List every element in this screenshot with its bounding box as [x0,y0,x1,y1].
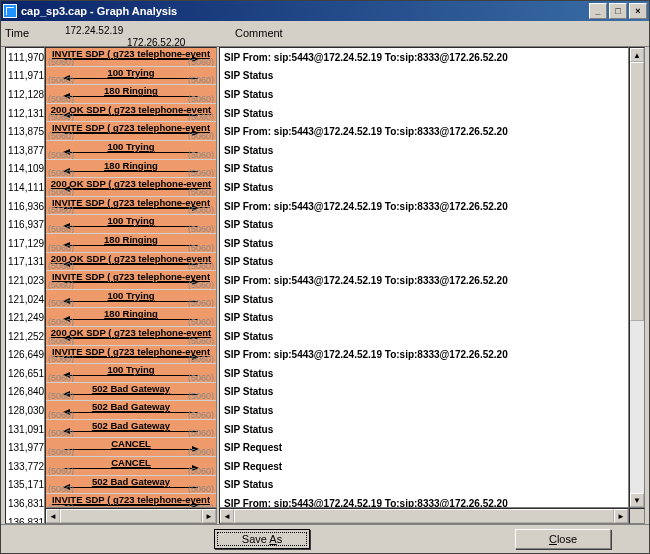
scroll-right-icon[interactable]: ► [202,509,216,523]
time-cell[interactable]: 113,875 [6,122,44,141]
time-cell[interactable]: 116,937 [6,215,44,234]
graph-cell[interactable]: INVITE SDP ( g723 telephone-event(5060)(… [46,346,216,365]
comment-cell[interactable]: SIP Status [220,327,628,346]
graph-cell[interactable]: 200 OK SDP ( g723 telephone-event(5060)(… [46,104,216,123]
comment-cell[interactable]: SIP Status [220,234,628,253]
time-cell[interactable]: 121,024 [6,290,44,309]
graph-cell[interactable]: INVITE SDP ( g723 telephone-event(5060)(… [46,494,216,508]
graph-cell[interactable]: CANCEL(5060)(5060) [46,457,216,476]
graph-cell[interactable]: INVITE SDP ( g723 telephone-event(5060)(… [46,197,216,216]
graph-cell[interactable]: 100 Trying(5060)(5060) [46,141,216,160]
time-cell[interactable]: 136,831 [6,513,44,524]
time-cell[interactable]: 136,831 [6,494,44,513]
time-cell[interactable]: 116,936 [6,197,44,216]
comment-cell[interactable]: SIP Status [220,178,628,197]
port-label: (5060) [188,354,214,364]
comment-cell[interactable]: SIP Status [220,141,628,160]
time-cell[interactable]: 126,651 [6,364,44,383]
hscroll-thumb[interactable] [60,509,202,523]
graph-hscroll[interactable]: ◄ ► [45,508,217,524]
graph-cell[interactable]: 180 Ringing(5060)(5060) [46,234,216,253]
comment-cell[interactable]: SIP Status [220,401,628,420]
time-cell[interactable]: 121,023 [6,271,44,290]
graph-cell[interactable]: 502 Bad Gateway(5060)(5060) [46,476,216,495]
comment-cell[interactable]: SIP From: sip:5443@172.24.52.19 To:sip:8… [220,122,628,141]
scroll-down-icon[interactable]: ▼ [630,493,644,507]
time-cell[interactable]: 121,252 [6,327,44,346]
time-cell[interactable]: 117,129 [6,234,44,253]
graph-cell[interactable]: 180 Ringing(5060)(5060) [46,160,216,179]
graph-cell[interactable]: 100 Trying(5060)(5060) [46,67,216,86]
scroll-up-icon[interactable]: ▲ [630,48,644,62]
comment-hscroll[interactable]: ◄ ► [219,508,629,524]
scroll-right-icon[interactable]: ► [614,509,628,523]
comment-cell[interactable]: SIP Status [220,383,628,402]
hscroll-thumb[interactable] [234,509,614,523]
time-cell[interactable]: 117,131 [6,253,44,272]
comment-cell[interactable]: SIP Status [220,308,628,327]
graph-cell[interactable]: 180 Ringing(5060)(5060) [46,85,216,104]
time-cell[interactable]: 112,128 [6,85,44,104]
time-cell[interactable]: 126,840 [6,383,44,402]
hscroll-track[interactable] [234,509,614,523]
scroll-left-icon[interactable]: ◄ [46,509,60,523]
comment-cell[interactable]: SIP Status [220,85,628,104]
comment-cell[interactable]: SIP Request [220,438,628,457]
comment-cell[interactable]: SIP Status [220,476,628,495]
graph-cell[interactable]: 100 Trying(5060)(5060) [46,215,216,234]
comment-cell[interactable]: SIP Status [220,290,628,309]
comment-cell[interactable]: SIP Status [220,104,628,123]
time-cell[interactable]: 113,877 [6,141,44,160]
comment-cell[interactable]: SIP Status [220,420,628,439]
graph-cell[interactable]: INVITE SDP ( g723 telephone-event(5060)(… [46,48,216,67]
comment-cell[interactable]: SIP From: sip:5443@172.24.52.19 To:sip:8… [220,48,628,67]
comment-cell[interactable]: SIP Request [220,457,628,476]
comment-cell[interactable]: SIP From: sip:5443@172.24.52.19 To:sip:8… [220,271,628,290]
graph-cell[interactable]: 502 Bad Gateway(5060)(5060) [46,420,216,439]
time-cell[interactable]: 114,111 [6,178,44,197]
time-cell[interactable]: 135,171 [6,476,44,495]
save-as-button[interactable]: Save As [214,529,310,549]
maximize-button[interactable]: □ [609,3,627,19]
close-dialog-button[interactable]: Close [515,529,611,549]
graph-cell[interactable]: 180 Ringing(5060)(5060) [46,308,216,327]
comment-cell[interactable]: SIP Status [220,364,628,383]
comment-cell[interactable]: SIP Status [220,215,628,234]
vscroll-track[interactable] [630,62,644,493]
time-cell[interactable]: 133,772 [6,457,44,476]
vscroll-thumb[interactable] [630,62,644,321]
graph-cell[interactable]: INVITE SDP ( g723 telephone-event(5060)(… [46,271,216,290]
hscroll-track[interactable] [60,509,202,523]
time-cell[interactable]: 111,970 [6,48,44,67]
comment-cell[interactable]: SIP Status [220,160,628,179]
comment-cell[interactable]: SIP Status [220,67,628,86]
graph-cell[interactable]: CANCEL(5060)(5060) [46,438,216,457]
time-cell[interactable]: 131,977 [6,438,44,457]
port-label: (5060) [188,168,214,178]
graph-cell[interactable]: 502 Bad Gateway(5060)(5060) [46,383,216,402]
time-cell[interactable]: 114,109 [6,160,44,179]
time-cell[interactable]: 128,030 [6,401,44,420]
port-label: (5060) [48,484,74,494]
close-button[interactable]: × [629,3,647,19]
graph-cell[interactable]: 502 Bad Gateway(5060)(5060) [46,401,216,420]
time-cell[interactable]: 112,131 [6,104,44,123]
minimize-button[interactable]: _ [589,3,607,19]
graph-cell[interactable]: 100 Trying(5060)(5060) [46,364,216,383]
graph-cell[interactable]: 200 OK SDP ( g723 telephone-event(5060)(… [46,178,216,197]
body: 111,970111,971112,128112,131113,875113,8… [1,47,649,524]
comment-cell[interactable]: SIP From: sip:5443@172.24.52.19 To:sip:8… [220,197,628,216]
comment-cell[interactable]: SIP From: sip:5443@172.24.52.19 To:sip:8… [220,346,628,365]
time-cell[interactable]: 126,649 [6,346,44,365]
time-cell[interactable]: 121,249 [6,308,44,327]
time-cell[interactable]: 111,971 [6,67,44,86]
graph-cell[interactable]: 200 OK SDP ( g723 telephone-event(5060)(… [46,253,216,272]
comment-vscroll[interactable]: ▲ ▼ [629,47,645,508]
time-cell[interactable]: 131,091 [6,420,44,439]
scroll-left-icon[interactable]: ◄ [220,509,234,523]
graph-cell[interactable]: INVITE SDP ( g723 telephone-event(5060)(… [46,122,216,141]
comment-cell[interactable]: SIP From: sip:5443@172.24.52.19 To:sip:8… [220,494,628,508]
graph-cell[interactable]: 200 OK SDP ( g723 telephone-event(5060)(… [46,327,216,346]
comment-cell[interactable]: SIP Status [220,253,628,272]
graph-cell[interactable]: 100 Trying(5060)(5060) [46,290,216,309]
